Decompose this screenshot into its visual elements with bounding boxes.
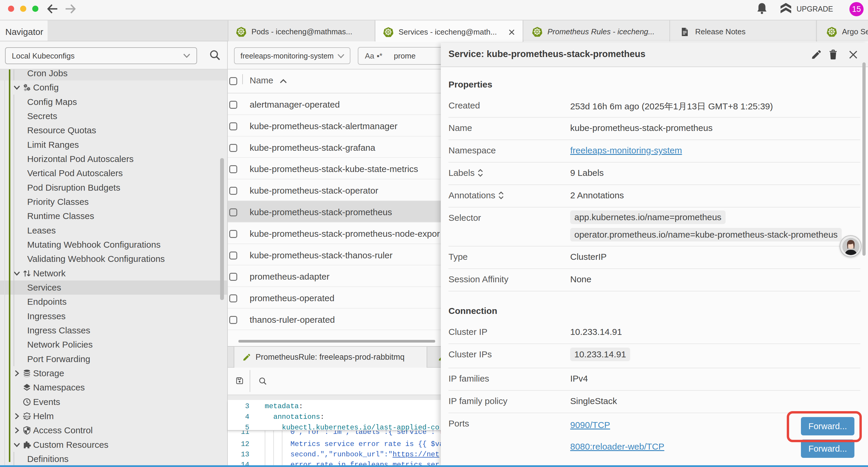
svg-text:HELM: HELM — [23, 415, 31, 418]
